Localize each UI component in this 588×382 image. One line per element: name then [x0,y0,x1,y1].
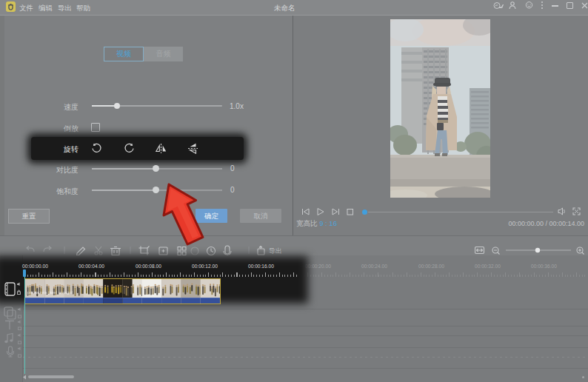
svg-text:primanyra jiwel maxgnl: primanyra jiwel maxgnl [27,290,73,295]
